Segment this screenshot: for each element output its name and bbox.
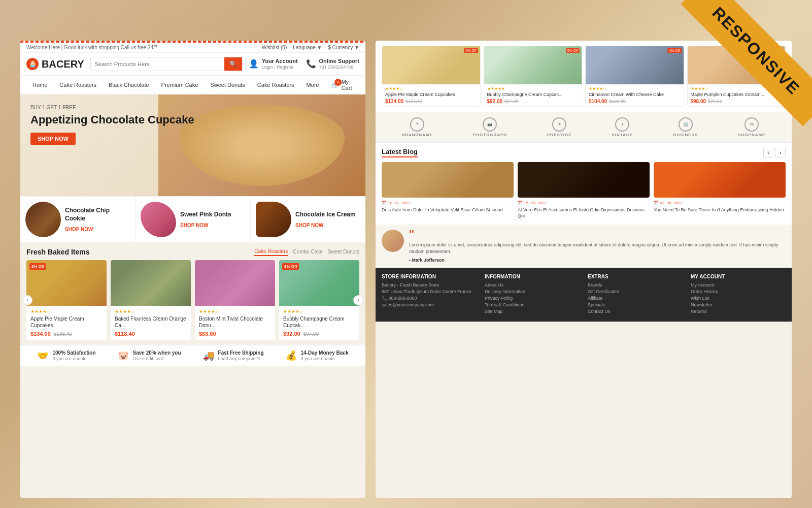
right-product-price-2: $104.00 $168.80 xyxy=(589,99,681,104)
footer-affiliate[interactable]: Affiliate xyxy=(588,296,683,301)
blog-card-2[interactable]: 📅 02. 05. 2022 You Need To Be Sure There… xyxy=(654,162,786,219)
footer-sitemap[interactable]: Site Map xyxy=(485,309,580,314)
brand-4[interactable]: 🏢 BUSINESS xyxy=(673,117,698,137)
footer-order-history[interactable]: Order History xyxy=(691,289,786,294)
brand-0[interactable]: ⚜ BRANDNAME xyxy=(401,117,432,137)
mini-product-1[interactable]: Sweet Pink Donts SHOP NOW xyxy=(136,197,251,242)
right-stars-3: ★★★★☆ xyxy=(691,86,783,91)
left-panel: Welcome Here | Good luck with shopping C… xyxy=(20,41,365,498)
language-selector[interactable]: Language ▼ xyxy=(293,45,322,50)
footer-specials[interactable]: Specials xyxy=(588,302,683,307)
brand-2[interactable]: ★ PRESTIGE xyxy=(547,117,571,137)
footer-my-account[interactable]: My Account xyxy=(691,282,786,288)
product-card-1[interactable]: ★★★★☆ Baked Flourless Cream Orange Ca...… xyxy=(111,260,191,340)
account-action[interactable]: 👤 Your Account Login / Register xyxy=(249,57,298,71)
right-product-2[interactable]: 4% Off ★★★★☆ Cinnamon Cream With Cheese … xyxy=(585,46,684,107)
mini-product-0[interactable]: Chocolate Chip Cookie SHOP NOW xyxy=(20,197,136,242)
brand-icon-4: 🏢 xyxy=(679,117,693,132)
logo-icon: 🧁 xyxy=(26,58,39,70)
currency-selector[interactable]: $ Currency ▼ xyxy=(328,45,359,50)
support-icon: 📞 xyxy=(306,59,316,69)
footer-brands[interactable]: Brands xyxy=(588,282,683,288)
nav-cake-roasters-2[interactable]: Cake Roasters xyxy=(251,78,300,92)
right-product-1[interactable]: 0% Off ★★★★★ Bubbly Champagne Cream Cupc… xyxy=(484,46,583,107)
product-grid-next[interactable]: › xyxy=(353,295,363,305)
cart-badge: 0 xyxy=(334,79,342,86)
footer-newsletter[interactable]: Newsletter xyxy=(691,302,786,307)
brands-row: ⚜ BRANDNAME 📷 PHOTOGRAPH ★ PRESTIGE ♦ VI… xyxy=(376,112,792,143)
product-card-2[interactable]: ★★★★☆ Boston Mint Twist Chocolate Donu..… xyxy=(195,260,275,340)
brand-5[interactable]: 🛍 SHOPNAME xyxy=(738,117,765,137)
product-card-info-0: ★★★★☆ Apple Pie Maple Cream Cupcakes $13… xyxy=(26,306,107,340)
brand-text-5: SHOPNAME xyxy=(738,133,765,137)
footer-gift[interactable]: Gift Certificates xyxy=(588,289,683,294)
nav-cart[interactable]: 🛒 0 My Cart xyxy=(325,76,359,94)
product-price-2: $83.60 xyxy=(199,331,271,337)
testimonial-avatar xyxy=(382,230,404,252)
right-product-3[interactable]: ★★★★☆ Maple Pumpkin Cupcakes Cinnam... $… xyxy=(687,46,786,107)
blog-title: Latest Blog xyxy=(382,148,418,155)
nav-home[interactable]: Home xyxy=(26,78,53,92)
product-card-0[interactable]: 2% Off ★★★★☆ Apple Pie Maple Cream Cupca… xyxy=(26,260,107,340)
nav-sweet-donuts[interactable]: Sweet Donuts xyxy=(204,78,251,92)
tab-combo-cake[interactable]: Combo Cake xyxy=(293,248,322,256)
wishlist-text[interactable]: Wishlist (0) xyxy=(262,45,287,50)
hero-shop-now-button[interactable]: SHOP NOW xyxy=(30,133,76,145)
main-container: Welcome Here | Good luck with shopping C… xyxy=(20,41,792,498)
brand-1[interactable]: 📷 PHOTOGRAPH xyxy=(473,117,507,137)
footer-contact[interactable]: Contact Us xyxy=(588,309,683,314)
blog-prev-button[interactable]: ‹ xyxy=(763,148,773,158)
footer-delivery[interactable]: Delivery Information xyxy=(485,289,580,294)
nav-cake-roasters[interactable]: Cake Roasters xyxy=(53,78,103,92)
cart-label: My Cart xyxy=(342,79,353,91)
brand-3[interactable]: ♦ VINTAGE xyxy=(612,117,633,137)
footer-col-account: My Account My Account Order History Wish… xyxy=(691,274,786,315)
satisfaction-icon: 🤝 xyxy=(37,350,48,361)
mini-shop-now-1[interactable]: SHOP NOW xyxy=(180,223,245,228)
logo[interactable]: 🧁 BACERY xyxy=(26,58,84,70)
brand-icon-3: ♦ xyxy=(615,117,629,132)
blog-next-button[interactable]: › xyxy=(775,148,786,158)
save-icon: 🐷 xyxy=(118,350,129,361)
testimonial: " Lorem ipsum dolor sit amet, consectetu… xyxy=(376,225,792,268)
footer-item-title-0: 100% Satisfaction xyxy=(52,350,95,356)
footer-terms[interactable]: Terms & Conditions xyxy=(485,302,580,307)
nav-premium-cake[interactable]: Premium Cake xyxy=(155,78,205,92)
mini-shop-now-2[interactable]: SHOP NOW xyxy=(295,223,360,228)
right-product-name-1: Bubbly Champagne Cream Cupcak... xyxy=(487,92,579,98)
nav-black-chocolate[interactable]: Black Chocolate xyxy=(103,78,155,92)
nav-more[interactable]: More xyxy=(300,78,325,92)
footer-wish-list[interactable]: Wish List xyxy=(691,296,786,301)
header-actions: 👤 Your Account Login / Register 📞 Online… xyxy=(249,57,359,71)
product-card-3[interactable]: 6% Off ★★★★☆ Bubbly Champagne Cream Cupc… xyxy=(279,260,359,340)
tab-cake-roasters[interactable]: Cake Roasters xyxy=(254,247,288,256)
right-product-price-3: $98.00 $98.00 xyxy=(691,99,783,104)
mini-product-2[interactable]: Chocolate Ice Cream SHOP NOW xyxy=(251,197,365,242)
calendar-icon-1: 📅 xyxy=(518,201,523,205)
blog-card-1[interactable]: 📅 15. 03. 2022 At Vero Eos Et Accusamus … xyxy=(518,162,650,219)
footer-privacy[interactable]: Privacy Policy xyxy=(485,296,580,301)
product-name-3: Bubbly Champagne Cream Cupcak... xyxy=(283,315,355,329)
mini-product-info-0: Chocolate Chip Cookie SHOP NOW xyxy=(65,207,130,232)
right-product-0[interactable]: 0% Off ★★★★☆ Apple Pie Maple Cream Cupca… xyxy=(382,46,481,107)
right-product-img-3 xyxy=(688,46,786,84)
search-input[interactable] xyxy=(91,57,224,71)
blog-card-0[interactable]: 📅 18. 01. 2023 Duis Aute Irure Dolor In … xyxy=(382,162,514,219)
product-grid-prev[interactable]: ‹ xyxy=(22,295,32,305)
section-header: Fresh Baked Items Cake Roasters Combo Ca… xyxy=(26,247,359,256)
footer-returns[interactable]: Returns xyxy=(691,309,786,314)
blog-date-2: 📅 02. 05. 2022 xyxy=(654,201,786,205)
support-action[interactable]: 📞 Online Support +91 2583254789 xyxy=(306,57,359,71)
tab-sweet-donuts[interactable]: Sweet Donuts xyxy=(328,248,359,256)
right-product-badge-0: 0% Off xyxy=(464,48,478,53)
footer-about[interactable]: About Us xyxy=(485,282,580,288)
search-button[interactable]: 🔍 xyxy=(224,57,242,71)
blog-excerpt-1: At Vero Eos Et Accusamus Et Iusto Odio D… xyxy=(518,207,650,219)
footer-item-sub-2: Load any computer's xyxy=(218,356,264,362)
mini-shop-now-0[interactable]: SHOP NOW xyxy=(65,227,130,232)
footer-store-email[interactable]: sales@yourcompany.com xyxy=(382,302,477,307)
blog-img-2 xyxy=(654,162,786,198)
footer-store-phone[interactable]: 📞 000-000-0000 xyxy=(382,296,477,301)
product-card-img-0: 2% Off xyxy=(26,260,107,306)
mini-product-name-1: Sweet Pink Donts xyxy=(180,211,245,219)
